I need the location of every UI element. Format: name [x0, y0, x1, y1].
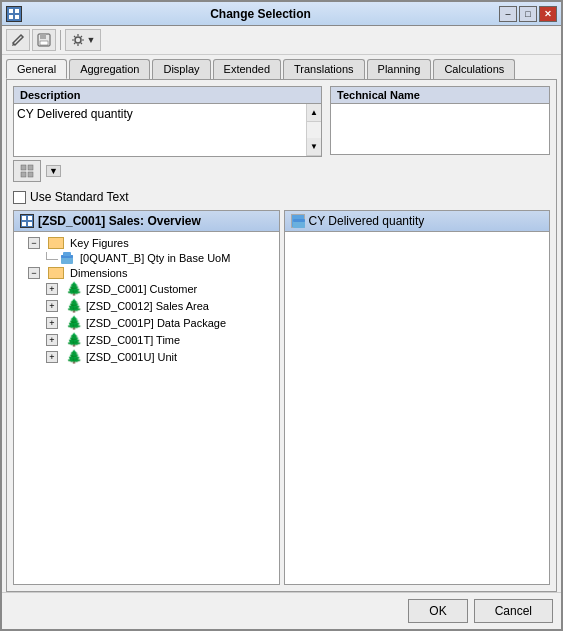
- svg-rect-2: [9, 15, 13, 19]
- technical-name-label: Technical Name: [330, 86, 550, 103]
- svg-rect-1: [15, 9, 19, 13]
- scroll-up-button[interactable]: ▲: [307, 104, 321, 122]
- tree: − Key Figures: [14, 232, 279, 584]
- tab-extended[interactable]: Extended: [213, 59, 281, 79]
- plant-icon: 🌲: [66, 281, 82, 296]
- svg-rect-6: [40, 41, 48, 45]
- cancel-button[interactable]: Cancel: [474, 599, 553, 623]
- window: Change Selection – □ ✕ ▼ General Aggrega…: [0, 0, 563, 631]
- edit-tool-button[interactable]: [6, 29, 30, 51]
- tab-content-general: Description ▲ ▼ ▼ T: [6, 79, 557, 592]
- tree-item-label: [ZSD_C001T] Time: [86, 334, 180, 346]
- plant-icon: 🌲: [66, 315, 82, 330]
- left-panel-title: [ZSD_C001] Sales: Overview: [38, 214, 201, 228]
- tab-translations[interactable]: Translations: [283, 59, 365, 79]
- right-panel: CY Delivered quantity: [284, 210, 551, 585]
- grid-tool-button[interactable]: [13, 160, 41, 182]
- main-panels: [ZSD_C001] Sales: Overview − Key Figures: [13, 210, 550, 585]
- window-icon: [6, 6, 22, 22]
- svg-rect-14: [22, 222, 26, 226]
- svg-rect-3: [15, 15, 19, 19]
- tree-expand-salesarea[interactable]: +: [46, 300, 58, 312]
- tree-item-label: [ZSD_C001U] Unit: [86, 351, 177, 363]
- technical-name-input[interactable]: [330, 103, 550, 155]
- list-item[interactable]: + 🌲 [ZSD_C0012] Sales Area: [16, 297, 277, 314]
- cube-icon: [60, 251, 74, 265]
- svg-point-7: [75, 37, 81, 43]
- svg-rect-0: [9, 9, 13, 13]
- svg-rect-9: [28, 165, 33, 170]
- use-standard-text-checkbox[interactable]: [13, 191, 26, 204]
- right-panel-title: CY Delivered quantity: [309, 214, 425, 228]
- plant-icon: 🌲: [66, 332, 82, 347]
- tree-expand-time[interactable]: +: [46, 334, 58, 346]
- description-scrollbar[interactable]: ▲ ▼: [306, 104, 321, 156]
- tab-planning[interactable]: Planning: [367, 59, 432, 79]
- tree-item-label: Key Figures: [70, 237, 129, 249]
- svg-rect-15: [28, 222, 32, 226]
- right-panel-icon: [291, 214, 305, 228]
- tree-expand-dimensions[interactable]: −: [28, 267, 40, 279]
- title-bar-left: [6, 6, 22, 22]
- title-bar: Change Selection – □ ✕: [2, 2, 561, 26]
- settings-tool-button[interactable]: ▼: [65, 29, 101, 51]
- list-item[interactable]: − Dimensions: [16, 266, 277, 280]
- description-row: Description ▲ ▼ ▼ T: [13, 86, 550, 182]
- list-item[interactable]: [0QUANT_B] Qty in Base UoM: [16, 250, 277, 266]
- tree-item-label: [ZSD_C001P] Data Package: [86, 317, 226, 329]
- bottom-bar: OK Cancel: [2, 592, 561, 629]
- svg-rect-5: [40, 34, 46, 39]
- tree-expand-keyfigures[interactable]: −: [28, 237, 40, 249]
- tab-aggregation[interactable]: Aggregation: [69, 59, 150, 79]
- close-button[interactable]: ✕: [539, 6, 557, 22]
- toolbar: ▼: [2, 26, 561, 55]
- list-item[interactable]: + 🌲 [ZSD_C001P] Data Package: [16, 314, 277, 331]
- tree-expand-datapackage[interactable]: +: [46, 317, 58, 329]
- tabs: General Aggregation Display Extended Tra…: [2, 55, 561, 79]
- folder-icon: [48, 237, 64, 249]
- plant-icon: 🌲: [66, 298, 82, 313]
- right-panel-header: CY Delivered quantity: [285, 211, 550, 232]
- scroll-down-button[interactable]: ▼: [307, 138, 321, 156]
- tab-calculations[interactable]: Calculations: [433, 59, 515, 79]
- dropdown-arrow-icon[interactable]: ▼: [46, 165, 61, 177]
- tab-display[interactable]: Display: [152, 59, 210, 79]
- ok-button[interactable]: OK: [408, 599, 467, 623]
- description-group: Description ▲ ▼ ▼: [13, 86, 322, 182]
- tree-expand-unit[interactable]: +: [46, 351, 58, 363]
- svg-rect-13: [28, 216, 32, 220]
- tree-item-label: Dimensions: [70, 267, 127, 279]
- toolbar-separator: [60, 30, 61, 50]
- list-item[interactable]: + 🌲 [ZSD_C001U] Unit: [16, 348, 277, 365]
- list-item[interactable]: + 🌲 [ZSD_C001] Customer: [16, 280, 277, 297]
- list-item[interactable]: + 🌲 [ZSD_C001T] Time: [16, 331, 277, 348]
- save-tool-button[interactable]: [32, 29, 56, 51]
- technical-name-group: Technical Name: [330, 86, 550, 182]
- maximize-button[interactable]: □: [519, 6, 537, 22]
- use-standard-text-label: Use Standard Text: [30, 190, 129, 204]
- svg-rect-12: [22, 216, 26, 220]
- tab-general[interactable]: General: [6, 59, 67, 79]
- use-standard-text-row: Use Standard Text: [13, 190, 550, 204]
- description-input-container: ▲ ▼: [13, 103, 322, 157]
- left-panel-header: [ZSD_C001] Sales: Overview: [14, 211, 279, 232]
- svg-rect-18: [63, 252, 71, 256]
- title-bar-buttons: – □ ✕: [499, 6, 557, 22]
- tree-item-label: [ZSD_C0012] Sales Area: [86, 300, 209, 312]
- folder-icon: [48, 267, 64, 279]
- list-item[interactable]: − Key Figures: [16, 236, 277, 250]
- description-label: Description: [13, 86, 322, 103]
- left-panel: [ZSD_C001] Sales: Overview − Key Figures: [13, 210, 280, 585]
- plant-icon: 🌲: [66, 349, 82, 364]
- tree-expand-customer[interactable]: +: [46, 283, 58, 295]
- svg-rect-8: [21, 165, 26, 170]
- tree-item-label: [ZSD_C001] Customer: [86, 283, 197, 295]
- tree-indent: [46, 252, 58, 260]
- window-title: Change Selection: [22, 7, 499, 21]
- svg-rect-10: [21, 172, 26, 177]
- svg-rect-20: [293, 219, 305, 222]
- tree-item-label: [0QUANT_B] Qty in Base UoM: [80, 252, 230, 264]
- description-side: ▼: [13, 160, 322, 182]
- description-textarea[interactable]: [14, 104, 306, 156]
- minimize-button[interactable]: –: [499, 6, 517, 22]
